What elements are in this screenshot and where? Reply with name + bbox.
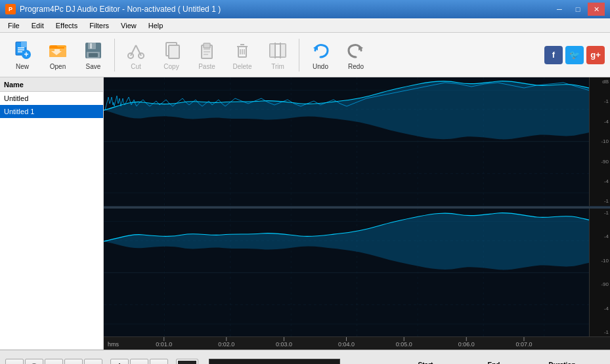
db-label-1b-2: -1 bbox=[591, 329, 609, 335]
svg-text:0:01.0: 0:01.0 bbox=[156, 341, 172, 348]
new-icon: + bbox=[12, 40, 33, 61]
svg-rect-13 bbox=[89, 53, 98, 57]
trim-button[interactable]: Trim bbox=[261, 36, 295, 74]
minimize-button[interactable]: ─ bbox=[551, 3, 568, 16]
menu-view[interactable]: View bbox=[116, 20, 142, 31]
delete-label: Delete bbox=[233, 63, 252, 70]
paste-button[interactable]: Paste bbox=[190, 36, 224, 74]
undo-icon bbox=[310, 40, 331, 61]
selection-info: Start End Duration Selection 00:00:00.00… bbox=[353, 361, 595, 364]
rewind-button[interactable] bbox=[64, 359, 83, 365]
db-label-4b-2: -4 bbox=[591, 306, 609, 312]
svg-rect-21 bbox=[204, 43, 210, 48]
play-button[interactable] bbox=[5, 359, 24, 365]
svg-rect-22 bbox=[204, 49, 210, 50]
menu-bar: File Edit Effects Filters View Help bbox=[0, 18, 610, 33]
redo-button[interactable]: Redo bbox=[339, 36, 373, 74]
close-button[interactable]: ✕ bbox=[588, 3, 605, 16]
trim-label: Trim bbox=[271, 63, 284, 70]
time-display: 00:00:00.000 bbox=[209, 359, 340, 364]
waveform-area: dB -1 -4 -10 -90 -4 -1 bbox=[104, 77, 610, 350]
save-button[interactable]: Save bbox=[76, 36, 110, 74]
cut-button[interactable]: Cut bbox=[119, 36, 153, 74]
menu-effects[interactable]: Effects bbox=[51, 20, 83, 31]
new-button[interactable]: + New bbox=[5, 36, 39, 74]
file-list: Name Untitled Untitled 1 bbox=[0, 77, 104, 350]
undo-label: Undo bbox=[313, 63, 328, 70]
file-list-item-untitled1[interactable]: Untitled 1 bbox=[0, 105, 103, 118]
delete-button[interactable]: Delete bbox=[225, 36, 259, 74]
file-list-header: Name bbox=[0, 77, 103, 92]
delete-icon bbox=[232, 40, 253, 61]
timeline-ruler: hms 0:01.0 0:02.0 0:03.0 0:04.0 0:05.0 0… bbox=[106, 337, 586, 350]
maximize-button[interactable]: □ bbox=[569, 3, 586, 16]
trim-icon bbox=[267, 40, 288, 61]
svg-rect-11 bbox=[90, 43, 92, 49]
open-button[interactable]: Open bbox=[41, 36, 75, 74]
svg-rect-1 bbox=[21, 41, 27, 47]
db-label-4-2: -4 bbox=[591, 233, 609, 239]
db-label-90-2: -90 bbox=[591, 281, 609, 287]
paste-label: Paste bbox=[198, 63, 215, 70]
svg-text:+: + bbox=[24, 50, 28, 59]
waveform-channel-2 bbox=[104, 209, 610, 337]
db-label-top-2: -1 bbox=[591, 210, 609, 216]
paste-icon bbox=[196, 40, 217, 61]
svg-rect-19 bbox=[169, 45, 179, 58]
file-list-item-untitled[interactable]: Untitled bbox=[0, 92, 103, 105]
cut-label: Cut bbox=[131, 63, 141, 70]
waveform-style-buttons bbox=[176, 359, 198, 365]
svg-text:0:07.0: 0:07.0 bbox=[515, 341, 532, 348]
waveform-channel-1 bbox=[104, 77, 610, 206]
menu-file[interactable]: File bbox=[3, 20, 25, 31]
open-icon bbox=[47, 40, 68, 61]
loop-button[interactable] bbox=[25, 359, 43, 365]
forward-button[interactable] bbox=[84, 359, 102, 365]
zoom-in-time-button[interactable] bbox=[110, 359, 129, 365]
menu-filters[interactable]: Filters bbox=[84, 20, 114, 31]
main-content: Name Untitled Untitled 1 bbox=[0, 77, 610, 350]
transport-area: 00:00:00.000 Start End Duration Selectio… bbox=[0, 350, 610, 364]
svg-rect-23 bbox=[204, 51, 210, 52]
db-label-1b: -1 bbox=[591, 198, 609, 204]
svg-text:0:05.0: 0:05.0 bbox=[396, 341, 412, 348]
title-bar: P Program4Pc DJ Audio Editor - Non-activ… bbox=[0, 0, 610, 18]
social-icons: f 🐦 g+ bbox=[544, 46, 605, 64]
waveform-style-1[interactable] bbox=[176, 359, 198, 365]
time-display-area: 00:00:00.000 bbox=[209, 359, 340, 364]
next-button[interactable] bbox=[45, 359, 63, 365]
save-label: Save bbox=[86, 63, 101, 70]
db-label-10-2: -10 bbox=[591, 258, 609, 264]
app-icon: P bbox=[5, 4, 16, 14]
svg-text:0:04.0: 0:04.0 bbox=[338, 341, 355, 348]
svg-rect-24 bbox=[204, 54, 208, 55]
twitter-icon[interactable]: 🐦 bbox=[565, 46, 584, 64]
zoom-in-button[interactable] bbox=[130, 359, 148, 365]
svg-rect-107 bbox=[178, 361, 196, 365]
transport-buttons bbox=[5, 359, 102, 365]
googleplus-icon[interactable]: g+ bbox=[586, 46, 605, 64]
db-label-4b: -4 bbox=[591, 178, 609, 184]
facebook-icon[interactable]: f bbox=[544, 46, 563, 64]
svg-text:hms: hms bbox=[108, 341, 120, 348]
redo-icon bbox=[345, 40, 366, 61]
zoom-fit-button[interactable] bbox=[150, 359, 168, 365]
copy-button[interactable]: Copy bbox=[154, 36, 188, 74]
zoom-buttons bbox=[110, 359, 168, 365]
new-label: New bbox=[16, 63, 29, 70]
undo-button[interactable]: Undo bbox=[303, 36, 338, 74]
start-header: Start bbox=[393, 361, 458, 364]
menu-help[interactable]: Help bbox=[143, 20, 169, 31]
cut-icon bbox=[125, 40, 146, 61]
copy-label: Copy bbox=[163, 63, 179, 70]
window-controls: ─ □ ✕ bbox=[551, 3, 605, 16]
toolbar: + New Open Save bbox=[0, 33, 610, 77]
window-title: Program4Pc DJ Audio Editor - Non-activat… bbox=[20, 5, 221, 14]
copy-icon bbox=[161, 40, 182, 61]
menu-edit[interactable]: Edit bbox=[26, 20, 49, 31]
svg-text:0:06.0: 0:06.0 bbox=[458, 341, 475, 348]
duration-header: Duration bbox=[529, 361, 595, 364]
end-header: End bbox=[461, 361, 527, 364]
toolbar-separator-1 bbox=[114, 39, 115, 71]
db-label-4: -4 bbox=[591, 119, 609, 125]
